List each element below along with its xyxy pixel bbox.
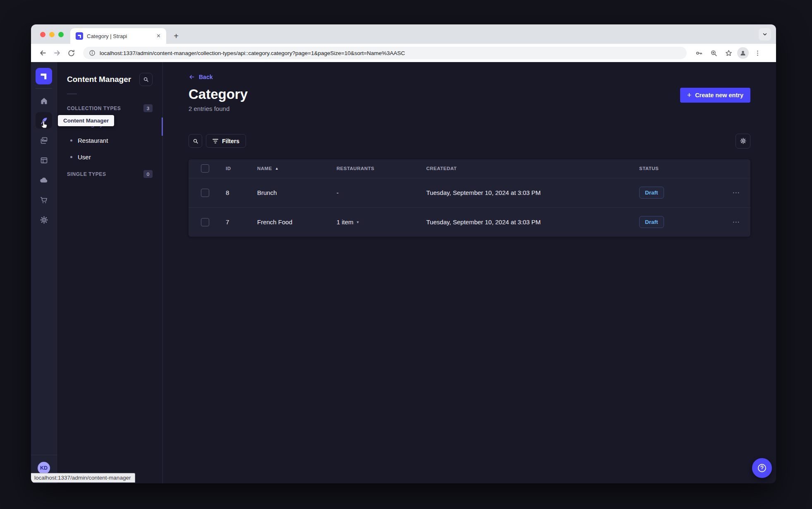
cell-createdat: Tuesday, September 10, 2024 at 3:03 PM: [426, 189, 639, 196]
close-tab-icon[interactable]: ×: [155, 32, 162, 40]
profile-avatar-icon[interactable]: [737, 47, 749, 59]
single-types-label: SINGLE TYPES: [67, 171, 106, 177]
marketplace-cart-icon[interactable]: [36, 192, 52, 208]
strapi-logo-icon[interactable]: [36, 68, 52, 84]
subnav-title: Content Manager: [67, 75, 131, 84]
single-types-count-badge: 0: [143, 170, 153, 178]
column-header-name[interactable]: NAME ▲: [257, 166, 337, 171]
subnav-item-user[interactable]: User: [57, 149, 162, 165]
browser-window: Category | Strapi × + localhost:1337/adm…: [31, 24, 776, 483]
browser-tab[interactable]: Category | Strapi ×: [70, 28, 166, 44]
table-row[interactable]: 7 French Food 1 item ▾ Tuesday, Septembe…: [189, 207, 750, 237]
content-manager-icon[interactable]: [36, 112, 52, 129]
cell-restaurants[interactable]: - ▾: [337, 189, 426, 196]
collection-types-count-badge: 3: [143, 104, 153, 112]
back-arrow-icon: [189, 74, 195, 80]
close-window-button[interactable]: [40, 32, 45, 37]
traffic-lights: [40, 32, 64, 37]
sort-asc-icon: ▲: [275, 166, 279, 170]
subnav-divider: [67, 94, 77, 94]
search-button[interactable]: [189, 134, 202, 148]
row-checkbox[interactable]: [201, 189, 209, 197]
cell-restaurants[interactable]: 1 item ▾: [337, 218, 426, 226]
cell-createdat: Tuesday, September 10, 2024 at 3:03 PM: [426, 218, 639, 226]
navbar-divider: [36, 88, 52, 89]
reload-icon[interactable]: [65, 47, 77, 59]
plus-icon: +: [687, 91, 692, 99]
site-info-icon[interactable]: [89, 50, 96, 56]
cell-id: 7: [226, 218, 257, 226]
back-link[interactable]: Back: [189, 74, 213, 80]
table-settings-gear-icon[interactable]: [736, 134, 750, 149]
tab-strip: Category | Strapi × +: [31, 24, 776, 44]
table-action-bar: Filters: [189, 134, 750, 149]
menu-kebab-icon[interactable]: [751, 47, 764, 59]
cloud-icon[interactable]: [36, 172, 52, 188]
zoom-window-button[interactable]: [58, 32, 64, 37]
new-tab-button[interactable]: +: [170, 30, 182, 42]
table-row[interactable]: 8 Brunch - ▾ Tuesday, September 10, 2024…: [189, 178, 750, 207]
settings-gear-icon[interactable]: [36, 211, 52, 228]
cell-name: Brunch: [257, 189, 337, 196]
tab-title: Category | Strapi: [87, 33, 151, 39]
browser-toolbar: localhost:1337/admin/content-manager/col…: [31, 44, 776, 62]
filters-button[interactable]: Filters: [206, 134, 246, 148]
row-more-icon[interactable]: ⋯: [733, 188, 740, 197]
bookmark-star-icon[interactable]: [722, 47, 735, 59]
passwords-key-icon[interactable]: [693, 47, 705, 59]
nav-tooltip: Content Manager: [58, 115, 114, 126]
page-title: Category: [189, 86, 248, 103]
status-bar-link: localhost:1337/admin/content-manager: [31, 473, 135, 483]
url-bar[interactable]: localhost:1337/admin/content-manager/col…: [83, 47, 687, 59]
chevron-down-icon: ▾: [357, 220, 359, 224]
url-text: localhost:1337/admin/content-manager/col…: [100, 50, 405, 56]
toolbar-right-icons: [693, 47, 764, 59]
content-manager-subnav: Content Manager COLLECTION TYPES 3 Categ…: [57, 62, 163, 483]
table-header-row: ID NAME ▲ RESTAURANTS CREATEDAT STATUS: [189, 159, 750, 178]
minimize-window-button[interactable]: [49, 32, 55, 37]
tab-search-chevron-icon[interactable]: [759, 28, 771, 41]
row-checkbox[interactable]: [201, 218, 209, 226]
media-library-icon[interactable]: [36, 132, 52, 149]
column-header-restaurants[interactable]: RESTAURANTS: [337, 166, 426, 171]
row-more-icon[interactable]: ⋯: [733, 218, 740, 226]
main-content: Back Category 2 entries found + Create n…: [163, 62, 776, 483]
home-icon[interactable]: [36, 92, 52, 109]
create-new-entry-button[interactable]: + Create new entry: [680, 88, 750, 103]
column-header-createdat[interactable]: CREATEDAT: [426, 166, 639, 171]
subnav-item-restaurant[interactable]: Restaurant: [57, 132, 162, 149]
status-badge: Draft: [639, 216, 664, 228]
collection-types-label: COLLECTION TYPES: [67, 106, 121, 111]
column-header-id[interactable]: ID: [226, 166, 257, 171]
entries-count: 2 entries found: [189, 105, 248, 112]
status-badge: Draft: [639, 187, 664, 199]
subnav-search-button[interactable]: [139, 73, 153, 86]
zoom-magnifier-icon[interactable]: [707, 47, 720, 59]
main-navigation: KD: [31, 62, 57, 483]
back-arrow-icon[interactable]: [37, 47, 49, 59]
table-body: 8 Brunch - ▾ Tuesday, September 10, 2024…: [189, 178, 750, 237]
cell-id: 8: [226, 189, 257, 196]
strapi-admin: KD Content Manager COLLECTION TYPES 3: [31, 62, 776, 483]
forward-arrow-icon[interactable]: [51, 47, 63, 59]
content-type-builder-icon[interactable]: [36, 152, 52, 168]
strapi-favicon-icon: [76, 32, 83, 40]
bullet-icon: [70, 139, 72, 142]
filter-icon: [213, 139, 218, 144]
select-all-checkbox[interactable]: [201, 164, 209, 173]
bullet-icon: [70, 156, 72, 158]
cell-name: French Food: [257, 218, 337, 226]
entries-table: ID NAME ▲ RESTAURANTS CREATEDAT STATUS 8…: [189, 159, 750, 237]
column-header-status[interactable]: STATUS: [639, 166, 722, 171]
question-mark-icon: [757, 463, 767, 473]
help-button[interactable]: [752, 458, 772, 478]
user-avatar[interactable]: KD: [38, 462, 50, 474]
